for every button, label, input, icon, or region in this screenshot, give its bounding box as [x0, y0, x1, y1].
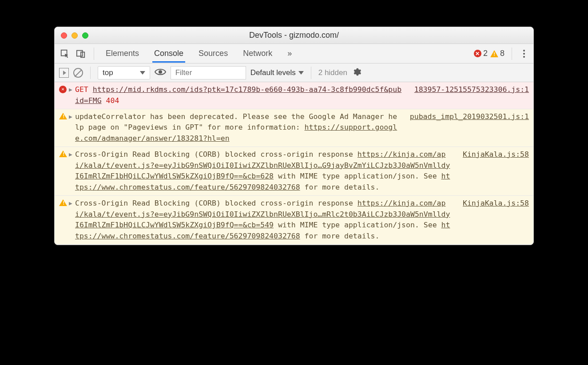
hidden-messages-count[interactable]: 2 hidden	[318, 68, 347, 77]
log-level-selector[interactable]: Default levels	[250, 68, 304, 77]
console-message-warning[interactable]: ▶ Cross-Origin Read Blocking (CORB) bloc…	[55, 196, 533, 245]
traffic-lights	[61, 32, 88, 39]
maximize-window-button[interactable]	[82, 32, 88, 39]
expand-caret-icon[interactable]: ▶	[69, 149, 75, 193]
http-method: GET	[75, 85, 88, 94]
request-url[interactable]: https://mid.rkdms.com/ids?ptk=17c1789b-e…	[75, 85, 401, 105]
source-link[interactable]: KinjaKala.js:58	[454, 198, 529, 242]
console-sidebar-toggle-icon[interactable]	[59, 68, 69, 78]
source-link[interactable]: KinjaKala.js:58	[454, 149, 529, 193]
status-badges[interactable]: ✕ 2 ! 8	[474, 49, 505, 58]
error-count: 2	[483, 49, 488, 58]
filter-input[interactable]	[171, 66, 246, 79]
message-text: GET https://mid.rkdms.com/ids?ptk=17c178…	[75, 84, 405, 107]
more-menu-icon[interactable]	[519, 50, 529, 58]
tab-console[interactable]: Console	[152, 44, 185, 63]
console-message-warning[interactable]: ▶ updateCorrelator has been deprecated. …	[55, 109, 533, 147]
error-icon: ✕	[59, 86, 67, 93]
context-label: top	[103, 68, 113, 77]
tab-sources[interactable]: Sources	[197, 44, 230, 63]
source-link[interactable]: pubads_impl_2019032501.js:1	[401, 111, 529, 144]
console-messages: ✕ ▶ GET https://mid.rkdms.com/ids?ptk=17…	[55, 82, 533, 245]
warning-icon	[59, 113, 67, 119]
svg-point-4	[159, 70, 162, 74]
tab-network[interactable]: Network	[241, 44, 274, 63]
console-settings-icon[interactable]	[352, 67, 362, 79]
warning-badge-icon: !	[490, 50, 498, 57]
console-message-error[interactable]: ✕ ▶ GET https://mid.rkdms.com/ids?ptk=17…	[55, 82, 533, 109]
source-link[interactable]: 183957-12515575323306.js:1	[405, 84, 529, 107]
chevron-down-icon	[298, 71, 304, 75]
panel-tabs: Elements Console Sources Network »	[104, 44, 294, 63]
chevron-down-icon	[140, 71, 145, 75]
message-text: updateCorrelator has been deprecated. Pl…	[75, 111, 401, 144]
clear-console-icon[interactable]	[73, 68, 83, 78]
http-status: 404	[106, 96, 119, 105]
device-toolbar-icon[interactable]	[75, 48, 87, 60]
expand-caret-icon[interactable]: ▶	[69, 198, 75, 242]
live-expression-icon[interactable]	[155, 68, 166, 78]
message-text: Cross-Origin Read Blocking (CORB) blocke…	[75, 149, 454, 193]
tabs-overflow-icon[interactable]: »	[286, 44, 294, 63]
message-text: Cross-Origin Read Blocking (CORB) blocke…	[75, 198, 454, 242]
warning-icon	[59, 151, 67, 157]
tab-elements[interactable]: Elements	[104, 44, 141, 63]
execution-context-selector[interactable]: top	[98, 66, 150, 79]
expand-caret-icon[interactable]: ▶	[69, 84, 75, 107]
error-badge-icon: ✕	[474, 50, 481, 57]
inspect-element-icon[interactable]	[59, 48, 71, 60]
svg-rect-1	[77, 50, 83, 56]
levels-label: Default levels	[250, 68, 296, 77]
minimize-window-button[interactable]	[72, 32, 78, 39]
close-window-button[interactable]	[61, 32, 67, 39]
devtools-window: DevTools - gizmodo.com/ Elements Console…	[54, 27, 534, 245]
window-title: DevTools - gizmodo.com/	[55, 31, 533, 40]
warning-count: 8	[500, 49, 505, 58]
warning-icon	[59, 199, 67, 206]
svg-text:!: !	[493, 52, 495, 57]
console-toolbar: top Default levels 2 hidden	[55, 63, 533, 82]
devtools-tabbar: Elements Console Sources Network » ✕ 2 !…	[55, 44, 533, 63]
titlebar: DevTools - gizmodo.com/	[55, 27, 533, 44]
expand-caret-icon[interactable]: ▶	[69, 111, 75, 144]
console-message-warning[interactable]: ▶ Cross-Origin Read Blocking (CORB) bloc…	[55, 147, 533, 196]
